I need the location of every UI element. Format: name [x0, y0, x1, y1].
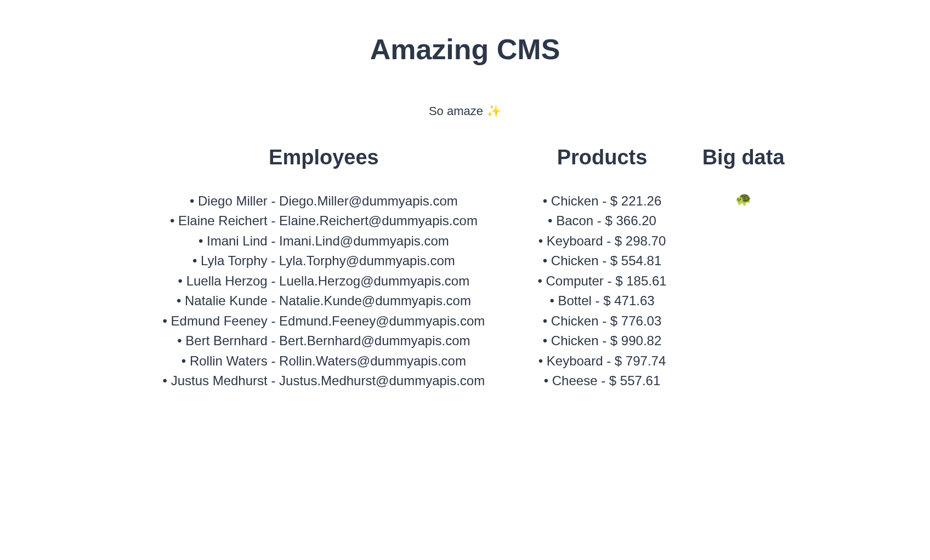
list-item: Edmund Feeney - Edmund.Feeney@dummyapis.…: [137, 311, 510, 331]
list-item: Cheese - $ 557.61: [537, 371, 666, 391]
products-heading: Products: [537, 146, 666, 169]
columns-container: Employees Diego Miller - Diego.Miller@du…: [0, 146, 930, 391]
list-item: Rollin Waters - Rollin.Waters@dummyapis.…: [137, 351, 510, 371]
employees-list: Diego Miller - Diego.Miller@dummyapis.co…: [137, 191, 510, 391]
list-item: Keyboard - $ 298.70: [537, 231, 666, 251]
list-item: Lyla Torphy - Lyla.Torphy@dummyapis.com: [137, 251, 510, 271]
products-section: Products Chicken - $ 221.26 Bacon - $ 36…: [537, 146, 666, 391]
list-item: Bottel - $ 471.63: [537, 291, 666, 311]
employees-section: Employees Diego Miller - Diego.Miller@du…: [137, 146, 510, 391]
list-item: Luella Herzog - Luella.Herzog@dummyapis.…: [137, 271, 510, 291]
list-item: Diego Miller - Diego.Miller@dummyapis.co…: [137, 191, 510, 211]
page-subtitle: So amaze ✨: [0, 104, 930, 118]
list-item: Natalie Kunde - Natalie.Kunde@dummyapis.…: [137, 291, 510, 311]
bigdata-section: Big data 🐢: [694, 146, 793, 207]
bigdata-heading: Big data: [694, 146, 793, 169]
list-item: Elaine Reichert - Elaine.Reichert@dummya…: [137, 211, 510, 231]
turtle-icon: 🐢: [694, 191, 793, 207]
products-list: Chicken - $ 221.26 Bacon - $ 366.20 Keyb…: [537, 191, 666, 391]
list-item: Chicken - $ 990.82: [537, 331, 666, 351]
list-item: Chicken - $ 554.81: [537, 251, 666, 271]
employees-heading: Employees: [137, 146, 510, 169]
list-item: Bacon - $ 366.20: [537, 211, 666, 231]
list-item: Imani Lind - Imani.Lind@dummyapis.com: [137, 231, 510, 251]
list-item: Computer - $ 185.61: [537, 271, 666, 291]
list-item: Chicken - $ 776.03: [537, 311, 666, 331]
list-item: Chicken - $ 221.26: [537, 191, 666, 211]
list-item: Bert Bernhard - Bert.Bernhard@dummyapis.…: [137, 331, 510, 351]
page-title: Amazing CMS: [0, 33, 930, 66]
list-item: Keyboard - $ 797.74: [537, 351, 666, 371]
list-item: Justus Medhurst - Justus.Medhurst@dummya…: [137, 371, 510, 391]
